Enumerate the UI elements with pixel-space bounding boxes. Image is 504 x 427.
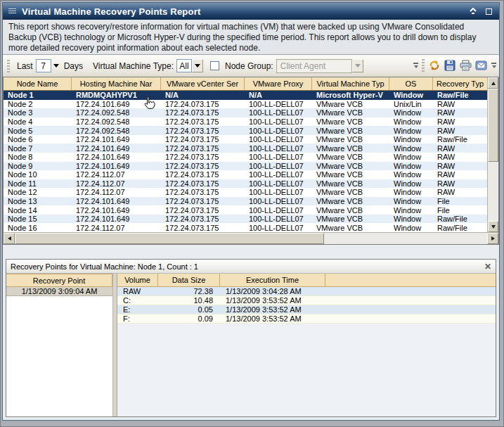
cell: 172.24.073.175 [161,100,245,109]
refresh-icon[interactable] [427,58,441,72]
cell: 172.24.101.649 [72,135,161,144]
table-row[interactable]: Node 4172.24.092.548172.24.073.175100-LL… [4,117,487,127]
scroll-right-icon[interactable] [487,233,498,244]
column-header[interactable]: Execution Time [220,274,325,286]
cell: 172.24.112.07 [72,170,161,179]
vertical-scrollbar[interactable] [487,77,498,232]
maximize-icon[interactable] [484,7,493,16]
column-header[interactable]: Node Name [4,77,72,90]
column-header[interactable]: Hosting Machine Nar [72,77,161,90]
report-window: Virtual Machine Recovery Points Report T… [0,0,504,427]
cell: Node 16 [4,223,72,232]
cell: RAW [433,108,487,117]
cell: 0.05 [158,305,220,314]
scroll-left-icon[interactable] [4,233,15,244]
vm-type-dropdown-icon[interactable] [192,59,203,72]
cell: 172.24.112.07 [72,179,161,189]
cell: 1/13/2009 3:53:52 AM [220,314,325,323]
column-header[interactable]: VMware Proxy [245,77,312,90]
cell: 10.48 [158,296,220,305]
cell: 172.24.101.649 [72,153,161,162]
collapse-icon[interactable] [468,7,478,16]
scroll-down-icon[interactable] [488,221,498,232]
cell: 172.24.073.175 [161,108,245,117]
cell: RAW [433,126,487,135]
cell: VMware VCB [312,179,389,189]
vertical-scroll-thumb[interactable] [488,89,498,162]
cell: 100-LL-DELL07 [245,153,312,162]
volume-row[interactable]: F:0.091/13/2009 3:53:52 AM [117,314,496,324]
cell: RAW [433,144,487,153]
vm-type-select[interactable]: All [176,59,192,72]
cell: VMware VCB [312,126,389,135]
volume-row[interactable]: C:10.481/13/2009 3:53:52 AM [117,296,496,305]
column-header[interactable]: VMware vCenter Ser [161,77,245,90]
cell: 172.24.101.649 [72,100,161,109]
column-header[interactable]: Volume [117,274,158,286]
close-icon[interactable]: ✕ [484,262,491,271]
cell: 172.24.101.649 [72,205,161,215]
toolbar-overflow-icon[interactable] [412,58,420,72]
last-days-dropdown-icon[interactable] [51,60,61,72]
cell: 100-LL-DELL07 [245,188,312,197]
table-row[interactable]: Node 11172.24.112.07172.24.073.175100-LL… [4,179,487,189]
table-row[interactable]: Node 9172.24.101.649172.24.073.175100-LL… [4,162,487,171]
scroll-up-icon[interactable] [488,77,498,89]
cell: Window [389,179,433,189]
cell: RAW [433,162,487,171]
volume-row[interactable]: RAW72.381/13/2009 3:04:28 AM [117,287,496,296]
column-header[interactable]: Recovery Typ [433,77,487,90]
cell: Node 12 [4,188,72,197]
table-row[interactable]: Node 16172.24.112.07172.24.073.175100-LL… [4,223,487,232]
days-label: Days [64,61,83,71]
cell: Window [389,170,433,179]
table-row[interactable]: Node 1RMDMQAHYPV1N/AN/AMicrosoft Hyper-V… [4,91,487,100]
horizontal-scrollbar[interactable] [4,232,498,244]
table-row[interactable]: Node 8172.24.101.649172.24.073.175100-LL… [4,153,487,162]
email-icon[interactable] [474,58,488,72]
table-row[interactable]: Node 2172.24.101.649172.24.073.175100-LL… [4,100,487,109]
table-row[interactable]: Node 14172.24.101.649172.24.073.175100-L… [4,205,487,215]
recovery-point-column-header[interactable]: Recovery Point [6,274,112,287]
cell: Window [389,108,433,117]
column-header[interactable]: OS [389,77,433,90]
cell: 100-LL-DELL07 [245,117,312,127]
recovery-panel-title: Recovery Points for Virtual Machine: Nod… [11,262,484,271]
table-row[interactable]: Node 13172.24.101.649172.24.073.175100-L… [4,197,487,206]
table-row[interactable]: Node 10172.24.112.07172.24.073.175100-LL… [4,170,487,179]
cell: 172.24.073.175 [161,188,245,197]
volume-row[interactable]: E:0.051/13/2009 3:53:52 AM [117,305,496,314]
print-icon[interactable] [458,58,472,72]
toolbar-overflow2-icon[interactable] [490,58,498,72]
panel-gap [3,245,499,259]
table-row[interactable]: Node 5172.24.092.548172.24.073.175100-LL… [4,126,487,135]
node-group-checkbox[interactable] [210,61,219,70]
column-header[interactable]: Virtual Machine Typ [312,77,389,90]
table-row[interactable]: Node 7172.24.101.649172.24.073.175100-LL… [4,144,487,153]
recovery-point-item[interactable]: 1/13/2009 3:09:04 AM [6,287,112,296]
cell: 172.24.073.175 [161,170,245,179]
table-row[interactable]: Node 3172.24.092.548172.24.073.175100-LL… [4,108,487,117]
table-row[interactable]: Node 15172.24.101.649172.24.073.175100-L… [4,215,487,224]
cell: Raw/File [433,91,487,100]
cell: Window [389,135,433,144]
horizontal-scroll-thumb[interactable] [15,233,324,244]
cell: 100-LL-DELL07 [245,144,312,153]
cell: VMware VCB [312,205,389,215]
save-icon[interactable] [443,58,457,72]
cell: C: [117,296,158,305]
cell: 100-LL-DELL07 [245,100,312,109]
cell: Node 4 [4,117,72,127]
cell: VMware VCB [312,100,389,109]
node-group-select[interactable]: Client Agent [276,59,352,73]
cell: 1/13/2009 3:53:52 AM [220,296,325,305]
column-header[interactable]: Data Size [158,274,220,286]
cell: RAW [433,188,487,197]
table-row[interactable]: Node 12172.24.112.07172.24.073.175100-LL… [4,188,487,197]
portlet-titlebar[interactable]: Virtual Machine Recovery Points Report [3,3,499,20]
cell: Node 6 [4,135,72,144]
table-row[interactable]: Node 6172.24.101.649172.24.073.175100-LL… [4,135,487,144]
cell: Node 1 [4,91,72,100]
last-days-select[interactable]: 7 [36,59,51,72]
cell: RMDMQAHYPV1 [72,91,161,100]
